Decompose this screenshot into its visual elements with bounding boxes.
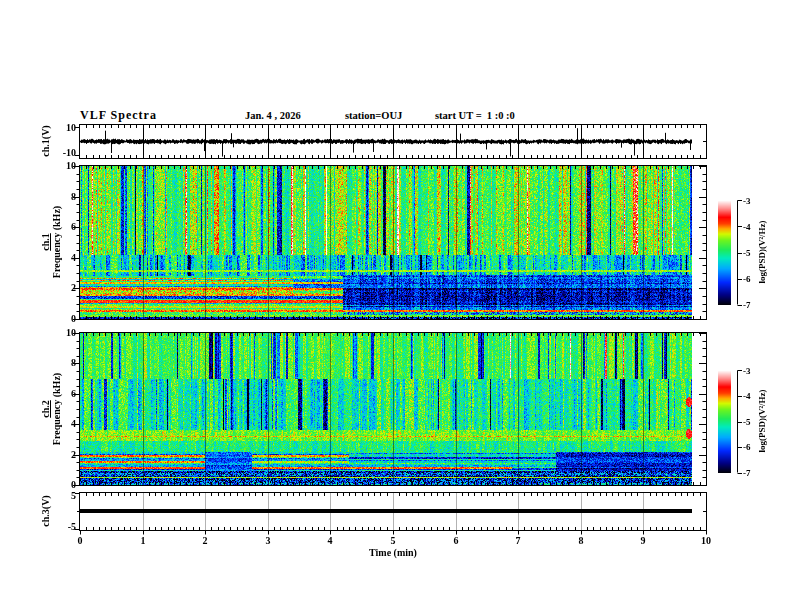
ch3v-ymax-label: 5 — [48, 491, 76, 501]
page-title: VLF Spectra — [80, 108, 157, 123]
colorbar2-label: log(PSD)(V²/Hz) — [757, 389, 767, 452]
ch2f-tick-2: 2 — [48, 450, 76, 460]
cb2-tick-0: -3 — [743, 366, 751, 376]
title-date: Jan. 4 , 2026 — [245, 110, 301, 121]
cb1-tick-2: -5 — [743, 248, 751, 258]
xtick-8: 8 — [579, 536, 584, 546]
xtick-6: 6 — [454, 536, 459, 546]
ch2f-tick-0: 0 — [48, 480, 76, 490]
ch1f-axis-label: ch.1Frequency (kHz) — [40, 206, 62, 278]
ch1-spectrogram-canvas — [80, 166, 706, 319]
cb2-tick-2: -5 — [743, 417, 751, 427]
cb2-tick-1: -4 — [743, 391, 751, 401]
ch2-spectrogram-canvas — [80, 333, 706, 485]
ch3v-axis-label: ch.3(V) — [40, 495, 51, 526]
xtick-5: 5 — [391, 536, 396, 546]
xtick-4: 4 — [328, 536, 333, 546]
ch3v-ymin-label: -5 — [48, 522, 76, 532]
ch2f-axis-label: ch.2Frequency (kHz) — [40, 373, 62, 445]
ch2f-tick-10: 10 — [48, 328, 76, 338]
ch1-voltage-waveform-canvas — [80, 125, 706, 158]
cb2-tick-3: -6 — [743, 442, 751, 452]
xtick-2: 2 — [203, 536, 208, 546]
xtick-1: 1 — [141, 536, 146, 546]
ch1f-frequency-label: Frequency (kHz) — [51, 206, 62, 278]
ch1f-tick-8: 8 — [48, 192, 76, 202]
colorbar2-gradient — [718, 370, 731, 473]
cb1-tick-0: -3 — [743, 196, 751, 206]
cb1-tick-4: -7 — [743, 300, 751, 310]
xtick-10: 10 — [701, 536, 711, 546]
cb1-tick-1: -4 — [743, 222, 751, 232]
ch3-voltage-waveform-canvas — [80, 493, 706, 530]
ch1f-tick-0: 0 — [48, 314, 76, 324]
ch2f-frequency-label: Frequency (kHz) — [51, 373, 62, 445]
vlf-spectra-figure: VLF Spectra Jan. 4 , 2026 station=OUJ st… — [0, 0, 792, 612]
title-start-ut: start UT = 1 :0 :0 — [435, 110, 515, 121]
cb2-tick-4: -7 — [743, 468, 751, 478]
colorbar1-gradient — [718, 200, 731, 305]
ch1v-axis-label: ch.1(V) — [40, 125, 51, 156]
ch2f-channel-label: ch.2 — [40, 400, 51, 418]
cb1-tick-3: -6 — [743, 274, 751, 284]
x-axis-title: Time (min) — [369, 548, 417, 558]
ch2f-tick-8: 8 — [48, 358, 76, 368]
xtick-9: 9 — [641, 536, 646, 546]
title-station: station=OUJ — [345, 110, 402, 121]
xtick-3: 3 — [266, 536, 271, 546]
ch1v-ymax-label: 10 — [48, 123, 76, 133]
ch1f-tick-2: 2 — [48, 283, 76, 293]
colorbar1-label: log(PSD)(V²/Hz) — [757, 220, 767, 283]
ch1f-tick-10: 10 — [48, 161, 76, 171]
ch1f-channel-label: ch.1 — [40, 233, 51, 251]
xtick-0: 0 — [78, 536, 83, 546]
ch1v-ymin-label: -10 — [48, 148, 76, 158]
xtick-7: 7 — [516, 536, 521, 546]
